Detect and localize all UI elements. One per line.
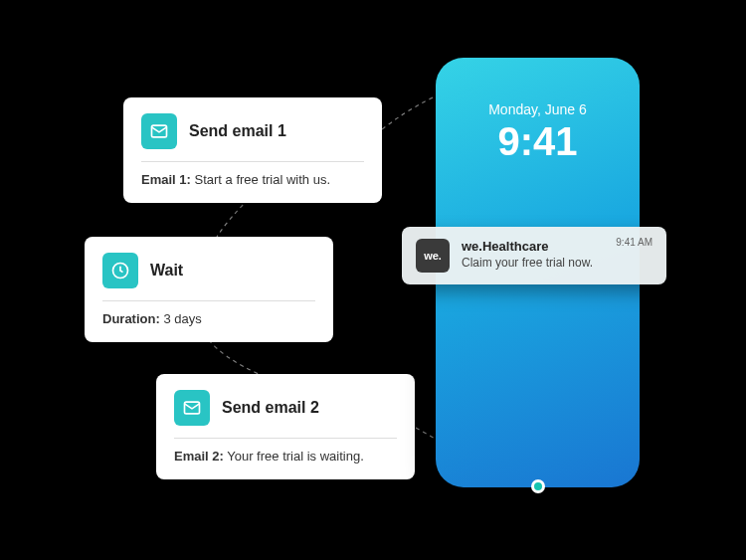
body-text: 3 days [160,311,202,326]
email-icon [141,113,177,149]
app-icon: we. [416,239,450,273]
card-body: Duration: 3 days [102,311,315,326]
phone-mockup: Monday, June 6 9:41 we. we.Healthcare Cl… [436,58,640,487]
workflow-step-email1: Send email 1 Email 1: Start a free trial… [123,97,382,203]
lockscreen-header: Monday, June 6 9:41 [436,58,640,163]
push-notification: we. we.Healthcare Claim your free trial … [402,227,666,284]
diagram-canvas: Send email 1 Email 1: Start a free trial… [0,0,746,560]
notification-timestamp: 9:41 AM [616,237,653,248]
body-label: Email 1: [141,172,191,187]
card-body: Email 1: Start a free trial with us. [141,172,364,187]
workflow-step-wait: Wait Duration: 3 days [85,237,333,342]
workflow-step-email2: Send email 2 Email 2: Your free trial is… [156,374,415,479]
body-text: Start a free trial with us. [191,172,330,187]
lockscreen-date: Monday, June 6 [436,101,640,117]
body-text: Your free trial is waiting. [224,449,364,464]
card-title: Wait [150,262,183,280]
card-title: Send email 2 [222,399,319,417]
card-body: Email 2: Your free trial is waiting. [174,449,397,464]
notification-message: Claim your free trial now. [462,256,653,270]
email-icon [174,390,210,426]
body-label: Email 2: [174,449,224,464]
clock-icon [102,253,138,288]
lockscreen-time: 9:41 [436,119,640,163]
body-label: Duration: [102,311,160,326]
card-header: Send email 2 [174,390,397,439]
home-indicator-icon [531,479,545,493]
card-title: Send email 1 [189,122,286,140]
card-header: Wait [102,253,315,301]
card-header: Send email 1 [141,113,364,162]
